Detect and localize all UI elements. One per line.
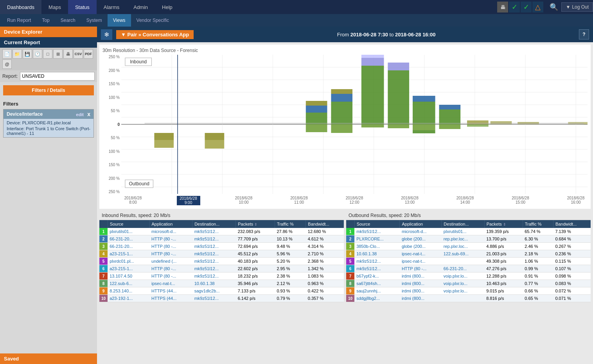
toolbar-email-btn[interactable]: @ xyxy=(2,59,12,69)
toolbar-print-btn[interactable]: 🖶 xyxy=(63,49,73,59)
nav-status[interactable]: Status xyxy=(68,0,97,14)
cell-bw: 0.422 % xyxy=(306,287,344,295)
table-row[interactable]: 8 122.sub-6... ipsec-nat-t... 10.60.1.38… xyxy=(99,280,344,287)
table-row[interactable]: 7 b67ypf2-k... irdmi (800... voip.plxr.l… xyxy=(346,273,591,280)
table-row[interactable]: 9 sauj2unnhj... irdmi (800... voip.plxr.… xyxy=(346,287,591,295)
col-source-out[interactable]: Source xyxy=(354,220,400,228)
y-label-100-bot: 100 % xyxy=(109,149,120,154)
table-row[interactable]: 1 mk9z51l12... microsoft-d... plxrutils0… xyxy=(346,228,591,235)
sidebar-current-report[interactable]: Current Report xyxy=(0,37,97,48)
col-app-out[interactable]: Application xyxy=(400,220,442,228)
search-icon[interactable]: 🔍 xyxy=(546,3,561,11)
cell-bw: 0.107 % xyxy=(553,265,590,273)
toolbar-open-btn[interactable]: 📁 xyxy=(13,49,22,59)
cell-app: irdmi (800... xyxy=(400,287,442,295)
cell-traf: 1.06 % xyxy=(523,258,553,265)
cell-app: globe (200... xyxy=(400,243,442,250)
svg-rect-22 xyxy=(205,133,225,140)
toolbar-csv-btn[interactable]: CSV xyxy=(74,49,83,59)
col-traf-in[interactable]: Traffic % xyxy=(275,220,305,228)
col-pkt-out[interactable]: Packets ⇕ xyxy=(484,220,523,228)
nav-views[interactable]: Views xyxy=(108,14,131,27)
nav-system[interactable]: System xyxy=(81,14,108,27)
cell-bw: 1.083 % xyxy=(306,273,344,280)
svg-rect-25 xyxy=(306,106,327,113)
svg-rect-21 xyxy=(154,140,174,148)
table-row[interactable]: 2 66-231-20... HTTP (80 -... mk9z51l12..… xyxy=(99,235,344,243)
table-row[interactable]: 4 a23-215-1... HTTP (80 -... mk9z51l12..… xyxy=(99,250,344,258)
cell-traf: 0.79 % xyxy=(275,295,305,302)
content-header: ❄ ▼ Pair » Conversations App From 2018-0… xyxy=(97,27,593,42)
svg-rect-24 xyxy=(306,113,327,124)
col-bw-in[interactable]: Bandwidt... xyxy=(306,220,344,228)
inbound-table-section: Inbound Results, speed: 20 Mb/s Source A… xyxy=(99,211,344,364)
cell-bw: 0.071 % xyxy=(553,295,590,302)
cell-pkt: 7.133 p/s xyxy=(236,287,275,295)
help-button[interactable]: ? xyxy=(579,29,589,39)
cell-traf: 9.48 % xyxy=(275,243,305,250)
col-source-in[interactable]: Source xyxy=(108,220,149,228)
table-row[interactable]: 5 mk9z51l12... ipsec-nat-t... 49.308 p/s… xyxy=(346,258,591,265)
toolbar-new-btn[interactable]: 📄 xyxy=(2,49,12,59)
table-row[interactable]: 6 mk9z51l12... HTTP (80 -... 66-231-20..… xyxy=(346,265,591,273)
toolbar-pdf-btn[interactable]: PDF xyxy=(84,49,93,59)
nav-alarms[interactable]: Alarms xyxy=(97,0,126,14)
table-row[interactable]: 3 66-231-20... HTTP (80 -... mk9z51l12..… xyxy=(99,243,344,250)
saved-section[interactable]: Saved xyxy=(0,353,97,364)
report-input[interactable] xyxy=(20,72,95,81)
table-row[interactable]: 6 a23-215-1... HTTP (80 -... mk9z51l12..… xyxy=(99,265,344,273)
table-row[interactable]: 7 13.107.4.50 HTTP (80 -... mk9z51l12...… xyxy=(99,273,344,280)
outbound-table-header-row: Source Application Destination... Packet… xyxy=(346,220,591,228)
toolbar-grid2-btn[interactable]: ⊞ xyxy=(53,49,63,59)
col-app-in[interactable]: Application xyxy=(149,220,192,228)
cell-app: HTTP (80 -... xyxy=(149,250,192,258)
table-row[interactable]: 2 PLXRCORE... globe (200... rep.plxr.loc… xyxy=(346,235,591,243)
row-num: 3 xyxy=(99,243,108,250)
toolbar-clock-btn[interactable]: 🕐 xyxy=(33,49,42,59)
table-row[interactable]: 4 10.60.1.38 ipsec-nat-t... 122.sub-69..… xyxy=(346,250,591,258)
nav-top[interactable]: Top xyxy=(36,14,55,27)
breadcrumb-button[interactable]: ▼ Pair » Conversations App xyxy=(116,30,194,39)
col-traf-out[interactable]: Traffic % xyxy=(523,220,553,228)
col-dst-out[interactable]: Destination... xyxy=(442,220,484,228)
table-row[interactable]: 10 sddgj8bg2... irdmi (800... 8.816 p/s … xyxy=(346,295,591,302)
row-num: 4 xyxy=(99,250,108,258)
table-row[interactable]: 8 sa67jttt4sh... irdmi (800... voip.plxr… xyxy=(346,280,591,287)
table-row[interactable]: 1 plxrutils01... microsoft-d... mk9z51l1… xyxy=(99,228,344,235)
col-dst-in[interactable]: Destination... xyxy=(192,220,236,228)
nav-maps[interactable]: Maps xyxy=(41,0,68,14)
row-num: 9 xyxy=(99,287,108,295)
cell-app: ipsec-nat-t... xyxy=(400,258,442,265)
row-num: 1 xyxy=(99,228,108,235)
cell-pkt: 22.602 p/s xyxy=(236,265,275,273)
toolbar-grid-btn[interactable]: □ xyxy=(43,49,52,59)
snowflake-button[interactable]: ❄ xyxy=(101,29,112,40)
col-pkt-in[interactable]: Packets ⇕ xyxy=(236,220,275,228)
nav-search[interactable]: Search xyxy=(55,14,81,27)
table-row[interactable]: 10 a23-192-1... HTTPS (44... mk9z51l12..… xyxy=(99,295,344,302)
logout-button[interactable]: ▼ Log Out xyxy=(561,2,593,12)
content-area: ❄ ▼ Pair » Conversations App From 2018-0… xyxy=(97,27,593,364)
row-num: 1 xyxy=(346,228,354,235)
col-bw-out[interactable]: Bandwidt... xyxy=(553,220,590,228)
nav-admin[interactable]: Admin xyxy=(126,0,155,14)
filters-details-button[interactable]: Filters / Details xyxy=(3,85,94,95)
nav-dashboards[interactable]: Dashboards xyxy=(0,0,41,14)
table-row[interactable]: 9 8.253.140... HTTPS (44... sagv1dlc2b..… xyxy=(99,287,344,295)
cell-dst: mk9z51l12... xyxy=(192,243,236,250)
x-label-1600: 2018/6/2816:00 xyxy=(564,196,588,205)
sidebar-device-explorer[interactable]: Device Explorer xyxy=(0,27,97,37)
table-row[interactable]: 5 plxrdc01.pl... undefined (... mk9z51l1… xyxy=(99,258,344,265)
cell-bw: 0.963 % xyxy=(306,280,344,287)
nav-help[interactable]: Help xyxy=(155,0,180,14)
nav-run-report[interactable]: Run Report xyxy=(2,14,36,27)
nav-vendor-specific[interactable]: Vendor Specific xyxy=(131,14,174,27)
filter-group-close-btn[interactable]: x xyxy=(87,111,90,117)
cell-dst: mk9z51l12... xyxy=(192,273,236,280)
filter-group-edit-btn[interactable]: edit xyxy=(76,112,84,117)
svg-rect-29 xyxy=(331,94,352,102)
table-row[interactable]: 3 3850b-Clo... globe (200... rep.plxr.lo… xyxy=(346,243,591,250)
row-num: 5 xyxy=(346,258,354,265)
cell-app: undefined (... xyxy=(149,258,192,265)
toolbar-save-btn[interactable]: 💾 xyxy=(23,49,32,59)
